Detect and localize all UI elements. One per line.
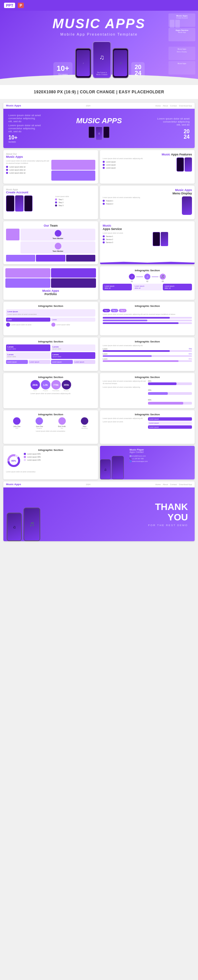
mini-phone-2: ♫ <box>96 127 102 140</box>
info2-dot-2 <box>51 323 55 327</box>
corner-previews-bottom: Music Apps Menu Display Music Apps <box>168 47 195 75</box>
mini-phone-3 <box>103 127 109 138</box>
info5-title: Infographic Section <box>103 340 192 343</box>
create-title: Create Account <box>6 191 95 194</box>
info-bar-text: 1920X1080 PX (16:9) | COLOR CHANGE | EAS… <box>34 90 164 94</box>
slide-about-label: About Our <box>6 153 95 155</box>
info2-item-2: Lorem <box>51 318 95 321</box>
team-img-4 <box>66 255 95 261</box>
thankyou-nav: Music Apps 2024 Home About Contact Downl… <box>3 481 195 487</box>
info2-title: Infographic Section <box>6 304 95 307</box>
about-img-2 <box>51 170 95 181</box>
stat-num-left: 10+ <box>57 64 69 73</box>
header-banner: PPT P <box>0 0 198 11</box>
info2-content: Lorem Ipsum Lorem ipsum dolor sit amet c… <box>6 309 95 317</box>
create-phones <box>6 196 54 212</box>
phone-center: ♫ The Future IsMusic Creation <box>93 41 111 78</box>
portfolio-grid <box>5 268 96 288</box>
team-card-1: Team Member <box>21 229 95 241</box>
slide-infographic-6: Infographic Section 264k Users 1.9k Proj… <box>3 373 98 408</box>
slide-row-8: Infographic Section John Doe CEO Jane Do… <box>3 410 195 444</box>
menu-text: Lorem ipsum dolor sit amet consectetur a… <box>103 196 152 215</box>
slide-phones-preview: ♫ <box>62 127 136 140</box>
thankyou-phone-2-screen: 🎵 <box>24 508 40 541</box>
slide-create-account: Music Apps Create Account Lorem ipsum do… <box>3 186 98 219</box>
phone-center-screen: ♫ <box>94 43 110 71</box>
phone-left-screen: ♪ <box>76 50 90 76</box>
info9-content: Lorem ipsum dolor sit amet consectetur a… <box>103 417 192 429</box>
info10-legend: Lorem ipsum 60% Lorem ipsum 30% Lorem ip… <box>24 453 95 470</box>
thankyou-content: ♫ 🎵 THANK YOU FOR THE REST DEMO <box>3 487 195 541</box>
phone-right: 🎵 <box>112 48 128 78</box>
info8-member-1: John Doe CEO <box>6 417 27 429</box>
slide-infographic-4: Infographic Section Lorem ipsum dolor Lo… <box>3 337 98 371</box>
bar3 <box>103 322 192 324</box>
portfolio-img-4 <box>51 278 96 288</box>
slides-container: Music Apps 2024 Home About Contact Downl… <box>0 99 198 544</box>
thankyou-phone-1-screen: ♫ <box>7 513 21 541</box>
stat-year-bot: 24 <box>135 70 141 76</box>
team-img-1 <box>6 229 19 240</box>
create-phone-1 <box>6 196 14 212</box>
music-note-icon: ♫ <box>99 53 105 61</box>
hero-title-music: MUSIC APPS <box>52 16 145 31</box>
info4-title: Infographic Section <box>6 340 95 343</box>
info8-title: Infographic Section <box>6 413 95 416</box>
feat-r-2: Lorem ipsum <box>103 164 147 166</box>
corner-preview-1: Music Apps Create Account <box>168 13 195 27</box>
nav-year: 2024 <box>86 105 90 107</box>
slide-about-title: Music Apps <box>6 155 95 159</box>
info10-content: 60% Lorem ipsum 60% Lorem ipsum 30% <box>6 453 95 470</box>
hero-section: MUSIC APPS Mobile App Presentation Templ… <box>0 11 198 84</box>
slide-infographic-8: Infographic Section John Doe CEO Jane Do… <box>3 410 98 444</box>
feat-r-1: Lorem ipsum <box>103 161 147 163</box>
info3-text: Lorem ipsum dolor sit amet consectetur a… <box>103 313 192 316</box>
stat-left: 10+ Screen <box>53 62 73 78</box>
corner-previews: Music Apps Create Account Apps Service M… <box>168 13 195 41</box>
feat-dot-r-2 <box>103 164 105 166</box>
feature-2: Lorem ipsum dolor sit <box>6 169 50 171</box>
contact-info: 📧 email@music.com 📞 +1 234 567 890 🌐 www… <box>130 455 192 462</box>
hero-subtitle: Mobile App Presentation Template <box>5 32 193 36</box>
about-text: Lorem ipsum dolor sit amet consectetur a… <box>6 160 50 181</box>
hero-title: MUSIC APPS Mobile App Presentation Templ… <box>5 16 193 36</box>
feature-phones <box>148 158 192 172</box>
avatar-1 <box>55 230 62 237</box>
svc-phone-1 <box>153 232 160 246</box>
contact-label: Music Player <box>130 449 192 451</box>
info7-content: Lorem ipsum dolor sit amet consectetur a… <box>103 380 192 406</box>
info9-items: Lorem ipsum Lorem ipsum Lorem ipsum <box>148 417 192 429</box>
thankyou-subtitle: FOR THE REST DEMO <box>148 524 188 527</box>
create-phone-2 <box>15 196 24 212</box>
circle-3: 776k Downloads <box>51 380 61 391</box>
info4-cell-4: Lorem ipsum dolor <box>51 352 96 359</box>
slide-hero-bg: Lorem ipsum dolor sit ametconsectetur ad… <box>3 109 195 148</box>
portfolio-img-1 <box>5 268 50 278</box>
slide-row-5: Infographic Section Lorem Ipsum Lorem ip… <box>3 302 195 336</box>
phone-right-screen: 🎵 <box>114 50 127 76</box>
info1-icon-3: 🎵 <box>160 274 166 280</box>
slide-nav: Music Apps 2024 Home About Contact Downl… <box>3 103 195 109</box>
info8-member-4: Alice Marketing <box>74 417 95 429</box>
info1-icon-1: ♪ <box>129 274 135 280</box>
team-bottom <box>6 255 95 261</box>
create-label: Music Apps <box>6 188 95 191</box>
about-images <box>51 160 95 181</box>
info8-member-2: Jane Doe Designer <box>29 417 50 429</box>
contact-phones: ♫ <box>100 456 124 479</box>
info1-icons: ♪ 01 ♫ 02 🎵 03 <box>103 274 192 282</box>
feature-3: Lorem ipsum dolor sit <box>6 172 50 174</box>
menu-phone <box>153 196 192 215</box>
menu-title: Music AppsMenu Display <box>103 188 192 195</box>
info6-title: Infographic Section <box>6 376 95 379</box>
slide-row-2: Music Apps Create Account Lorem ipsum do… <box>3 186 195 219</box>
feature-dot-2 <box>6 169 8 171</box>
slide-row-6: Infographic Section Lorem ipsum dolor Lo… <box>3 337 195 371</box>
slide-infographic-1: Infographic Section ♪ 01 ♫ 02 🎵 03 <box>100 266 195 300</box>
features-text: Lorem ipsum dolor sit amet consectetur a… <box>103 158 147 172</box>
info9-text: Lorem ipsum dolor sit amet consectetur a… <box>103 417 147 429</box>
info7-bars: 65% 45% 80% <box>148 380 192 406</box>
contact-text: Music Player Apps Contact 📧 email@music.… <box>130 449 192 477</box>
format-icon: P <box>18 3 24 8</box>
slide-row-1: About Our Music Apps Lorem ipsum dolor s… <box>3 150 195 184</box>
